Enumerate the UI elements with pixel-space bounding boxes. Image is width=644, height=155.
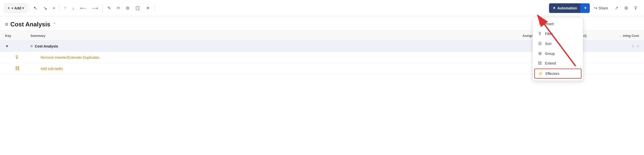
group-icon: ⊞ xyxy=(537,51,542,56)
row-key-cell-sub2: ⛓ xyxy=(15,66,41,71)
dropdown-menu: ≡ Insert ⊽ Filter ☰ Sort ⊞ Group ⛓ Exten… xyxy=(533,17,583,81)
delete-icon: ✕ xyxy=(146,6,149,10)
row-summary-main: Cost Analysis xyxy=(35,44,58,48)
arrow-right-button[interactable]: ⟶ xyxy=(90,4,101,13)
spark-icon: ✦ xyxy=(5,43,9,49)
row-key-cell-sub1: ⊽ xyxy=(15,55,41,60)
expand-chevron-icon: ▾ xyxy=(53,6,55,10)
scissors-button[interactable]: ✂ xyxy=(114,4,123,13)
add-label: + Add xyxy=(11,6,21,10)
scissors-icon: ✂ xyxy=(117,6,120,10)
arrow-right-icon: ⟶ xyxy=(92,6,98,10)
external-link-icon: ↗ xyxy=(615,6,618,10)
insert-label: Insert xyxy=(545,22,554,26)
insert-icon: ≡ xyxy=(537,22,542,26)
extend-label: Extend xyxy=(545,61,556,65)
page-title: Cost Analysis xyxy=(10,21,50,28)
automation-button[interactable]: ✦ Automation xyxy=(549,3,581,13)
layers-button[interactable]: ⊞ xyxy=(622,4,630,12)
col-header-summary: Summary xyxy=(30,34,522,38)
divider-3 xyxy=(103,5,103,12)
automation-plus-button[interactable]: + xyxy=(581,3,590,13)
dropdown-item-group[interactable]: ⊞ Group xyxy=(533,49,583,58)
move-down-icon: ↘ xyxy=(43,5,47,11)
divider-1 xyxy=(29,5,29,12)
dropdown-item-effectors[interactable]: ⚡ Effectors xyxy=(534,69,581,79)
arrow-down-icon: ↓ xyxy=(72,6,74,10)
arrow-left-button[interactable]: ⟵ xyxy=(78,4,89,13)
filter-orange-icon: ⊽ xyxy=(15,55,18,60)
automation-plus-icon: + xyxy=(584,5,587,11)
add-chevron-icon: ▾ xyxy=(22,6,24,10)
paste-button[interactable]: 📋 xyxy=(132,4,143,13)
paste-icon: 📋 xyxy=(135,6,140,10)
delete-button[interactable]: ✕ xyxy=(144,4,152,13)
move-up-icon: ↖ xyxy=(33,5,37,11)
sort-icon: ☰ xyxy=(537,41,542,46)
arrow-down-button[interactable]: ↓ xyxy=(70,4,77,13)
divider-4 xyxy=(154,5,154,12)
share-label: Share xyxy=(599,6,608,10)
add-plus-icon: ＋ xyxy=(7,6,10,10)
toolbar: ＋ + Add ▾ ↖ ↘ ▾ ↑ ↓ ⟵ ⟶ ✎ ✂ ⧉ 📋 ✕ xyxy=(0,0,644,16)
row-key-cell-main: ✦ xyxy=(5,43,30,49)
automation-star-icon: ✦ xyxy=(553,6,556,10)
row-summary-cell-main: ≡ Cost Analysis xyxy=(30,44,522,49)
row-summary-sub2: Add sub-tasks xyxy=(41,67,63,71)
group-label: Group xyxy=(545,52,555,56)
row-summary-cell-sub2: Add sub-tasks xyxy=(41,67,522,71)
page-title-list-icon: ≡ xyxy=(5,21,8,28)
edit-button[interactable]: ✎ xyxy=(105,4,113,13)
dropdown-item-insert[interactable]: ≡ Insert xyxy=(533,19,583,29)
effectors-label: Effectors xyxy=(545,72,559,76)
extend-icon: ⛓ xyxy=(537,61,542,66)
dropdown-item-extend[interactable]: ⛓ Extend xyxy=(533,58,583,68)
filter-right-button[interactable]: ⊽ xyxy=(631,4,640,12)
remaining-cost-label: ining Cost xyxy=(623,34,639,38)
remaining-0-main: 0 xyxy=(632,44,634,48)
arrow-up-button[interactable]: ↑ xyxy=(62,4,69,13)
add-button[interactable]: ＋ + Add ▾ xyxy=(4,4,27,13)
share-arrow-icon: ↪ xyxy=(594,6,597,10)
move-down-button[interactable]: ↘ xyxy=(41,4,50,13)
page-title-chevron-icon[interactable]: ˅ xyxy=(53,22,55,27)
remaining-cost-prefix: … xyxy=(619,34,622,37)
effectors-lightning-icon: ⚡ xyxy=(538,71,543,76)
sort-label: Sort xyxy=(545,42,552,46)
layers-icon: ⊞ xyxy=(624,6,628,10)
copy-icon: ⧉ xyxy=(126,6,129,10)
row-summary-sub1: Remove Inserter/Extender Duplicates xyxy=(41,55,100,59)
edit-icon: ✎ xyxy=(107,6,111,10)
share-button[interactable]: ↪ Share xyxy=(591,3,611,13)
move-up-button[interactable]: ↖ xyxy=(31,4,40,13)
remaining-1-main: 0 xyxy=(637,44,639,48)
row-remaining-cell-main: 0 0 xyxy=(603,44,639,48)
arrow-up-icon: ↑ xyxy=(64,6,66,10)
summary-list-icon: ≡ xyxy=(30,44,33,49)
col-header-remaining: … ining Cost xyxy=(603,34,639,38)
filter-label: Filter xyxy=(545,32,553,36)
filter-icon: ⊽ xyxy=(537,31,542,36)
external-link-button[interactable]: ↗ xyxy=(612,4,621,12)
expand-chevron-button[interactable]: ▾ xyxy=(51,4,57,13)
copy-button[interactable]: ⧉ xyxy=(124,4,131,13)
link-orange-icon: ⛓ xyxy=(15,66,20,71)
arrow-left-icon: ⟵ xyxy=(80,6,86,10)
dropdown-item-sort[interactable]: ☰ Sort xyxy=(533,39,583,49)
col-header-key: Key xyxy=(5,34,30,38)
right-icons: ↗ ⊞ ⊽ xyxy=(612,4,640,12)
automation-label: Automation xyxy=(557,6,577,10)
row-summary-cell-sub1: Remove Inserter/Extender Duplicates xyxy=(41,55,522,59)
automation-group: ✦ Automation + xyxy=(549,3,590,13)
filter-right-icon: ⊽ xyxy=(634,6,637,10)
dropdown-item-filter[interactable]: ⊽ Filter xyxy=(533,29,583,39)
divider-2 xyxy=(59,5,60,12)
